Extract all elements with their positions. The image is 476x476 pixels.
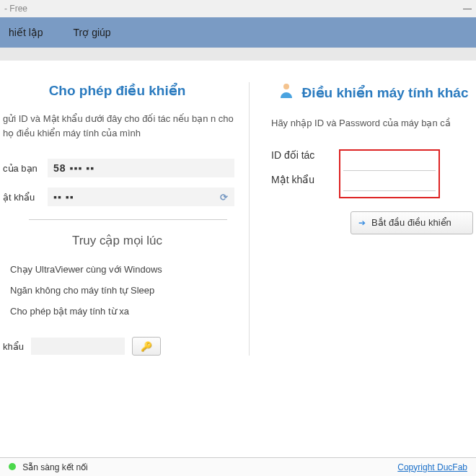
partner-inputs-highlight (339, 149, 440, 198)
option-remote-power-on[interactable]: Cho phép bật máy tính từ xa (0, 306, 234, 317)
static-password-label: khẩu (3, 341, 24, 352)
menubar: hiết lập Trợ giúp (0, 17, 476, 48)
refresh-password-icon[interactable]: ⟳ (220, 192, 229, 203)
your-password-value: ▪▪ ▪▪ ⟳ (48, 188, 234, 206)
menu-settings[interactable]: hiết lập (4, 24, 48, 41)
main-content: Cho phép điều khiển gửi ID và Mật khẩu d… (0, 61, 476, 356)
your-password-label: ật khẩu (3, 192, 48, 203)
control-remote-desc: Hãy nhập ID và Password của máy bạn cầ (271, 116, 476, 131)
divider (29, 219, 227, 220)
partner-id-input[interactable] (343, 154, 436, 171)
status-text: Sẵn sàng kết nối (9, 462, 88, 472)
arrow-right-icon: ➔ (358, 218, 366, 228)
titlebar: - Free — (0, 0, 476, 17)
your-password-row: ật khẩu ▪▪ ▪▪ ⟳ (0, 188, 234, 206)
control-remote-panel: Điều khiển máy tính khác Hãy nhập ID và … (249, 82, 476, 356)
partner-id-label: ID đối tác (271, 149, 343, 161)
toolbar-spacer (0, 48, 476, 61)
minimize-button[interactable]: — (463, 4, 472, 14)
static-password-row: khẩu 🔑 (0, 337, 234, 356)
allow-control-panel: Cho phép điều khiển gửi ID và Mật khẩu d… (0, 82, 249, 356)
allow-control-desc: gửi ID và Mật khẩu dưới đây cho đối tác … (0, 112, 234, 140)
option-prevent-sleep[interactable]: Ngăn không cho máy tính tự Sleep (0, 285, 234, 296)
partner-password-label: Mật khẩu (271, 174, 343, 185)
option-run-with-windows[interactable]: Chạy UltraViewer cùng với Windows (0, 264, 234, 275)
window-title: - Free (4, 4, 27, 14)
person-icon (279, 82, 294, 103)
status-dot-icon (9, 463, 16, 470)
your-id-row: của bạn 58 ▪▪▪ ▪▪ (0, 159, 234, 177)
svg-point-0 (283, 84, 289, 89)
your-id-label: của bạn (3, 163, 48, 174)
control-remote-heading: Điều khiển máy tính khác (271, 82, 476, 103)
menu-help[interactable]: Trợ giúp (69, 24, 115, 41)
partner-password-input[interactable] (343, 174, 436, 191)
static-password-input[interactable] (31, 338, 125, 355)
statusbar: Sẵn sàng kết nối Copyright DucFab (0, 457, 476, 476)
your-id-value: 58 ▪▪▪ ▪▪ (48, 159, 234, 177)
access-anytime-heading: Truy cập mọi lúc (0, 233, 234, 248)
key-icon: 🔑 (141, 341, 152, 352)
copyright-link[interactable]: Copyright DucFab (397, 462, 467, 472)
window-controls: — (463, 4, 472, 14)
start-control-button[interactable]: ➔ Bắt đầu điều khiển (351, 211, 473, 234)
allow-control-heading: Cho phép điều khiển (0, 82, 234, 99)
set-password-button[interactable]: 🔑 (132, 337, 161, 356)
